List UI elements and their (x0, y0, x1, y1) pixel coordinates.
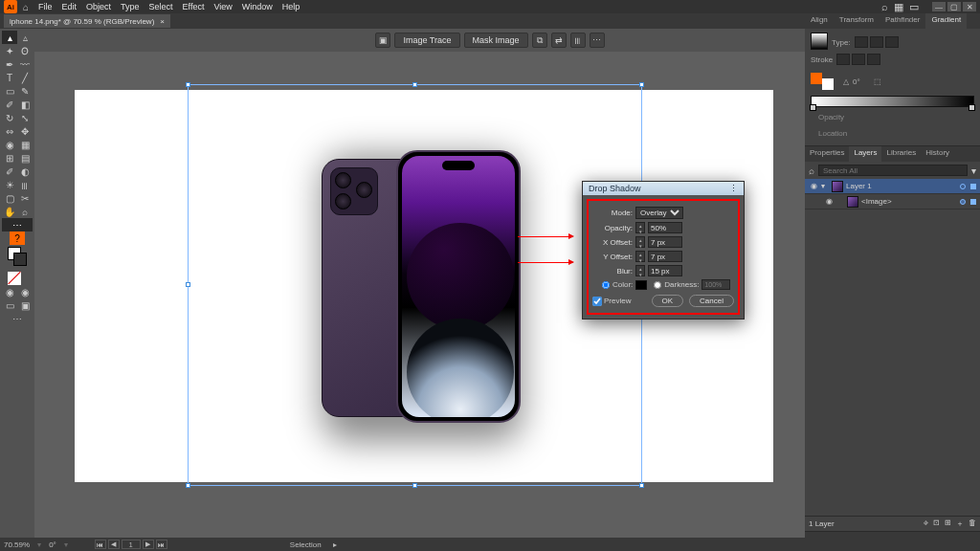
clip-icon[interactable]: ⊡ (933, 518, 940, 529)
menu-file[interactable]: File (38, 2, 53, 11)
gradient-tool[interactable]: ▤ (17, 151, 33, 165)
layer-row[interactable]: ◉ ▾ Layer 1 (805, 179, 980, 194)
screen-mode[interactable]: ▭ (2, 298, 17, 312)
shape-builder-tool[interactable]: ◉ (2, 138, 17, 151)
tab-libraries[interactable]: Libraries (881, 146, 921, 162)
blend-tool[interactable]: ◐ (17, 165, 33, 178)
dialog-menu-icon[interactable]: ⋮ (729, 184, 738, 193)
perspective-tool[interactable]: ▦ (17, 138, 33, 151)
gradient-preview[interactable] (811, 33, 828, 50)
target-icon[interactable] (960, 199, 966, 205)
yoffset-stepper[interactable]: ▴▾ (635, 251, 645, 262)
hand-tool[interactable]: ✋ (2, 205, 17, 218)
crop-icon[interactable]: ⧉ (532, 33, 547, 48)
target-icon[interactable] (960, 184, 966, 189)
selection-tool[interactable]: ▴ (2, 31, 17, 44)
tab-properties[interactable]: Properties (805, 146, 849, 162)
mesh-tool[interactable]: ⊞ (2, 151, 17, 165)
recolor-icon[interactable] (811, 73, 834, 90)
draw-normal[interactable]: ◉ (2, 285, 17, 298)
document-tab[interactable]: iphone 14.png* @ 70.59 % (RGB/Preview) × (4, 14, 170, 28)
menu-type[interactable]: Type (121, 2, 140, 11)
color-swatch[interactable] (635, 280, 647, 290)
layer-row[interactable]: ◉ <Image> (805, 194, 980, 209)
slice-tool[interactable]: ✂ (17, 191, 33, 205)
type-tool[interactable]: T (2, 71, 17, 84)
pen-tool[interactable]: ✒ (2, 57, 17, 71)
canvas[interactable]: Drop Shadow⋮ Mode: Overlay Opacity: ▴▾ X… (34, 52, 805, 538)
lasso-tool[interactable]: ʘ (17, 44, 33, 57)
width-tool[interactable]: ⇔ (2, 124, 17, 138)
delete-layer-icon[interactable]: 🗑 (969, 518, 976, 529)
layer-search[interactable] (818, 165, 968, 176)
xoffset-field[interactable] (648, 236, 682, 248)
direct-select-tool[interactable]: ▵ (17, 31, 33, 44)
search-icon[interactable]: ⌕ (881, 1, 888, 12)
locate-icon[interactable]: ⎆ (924, 518, 928, 529)
tab-pathfinder[interactable]: Pathfinder (880, 13, 925, 29)
close-button[interactable]: ✕ (963, 2, 976, 11)
disclosure-icon[interactable]: ▾ (821, 182, 829, 190)
cancel-button[interactable]: Cancel (689, 295, 734, 307)
freeform-grad-icon[interactable] (885, 36, 899, 48)
visibility-icon[interactable]: ◉ (824, 197, 834, 206)
scale-tool[interactable]: ⤡ (17, 111, 33, 124)
question-tool[interactable]: ? (10, 231, 25, 245)
arrange-icon[interactable]: ▭ (909, 1, 919, 13)
zoom-tool[interactable]: ⌕ (17, 205, 33, 218)
color-radio[interactable] (602, 281, 610, 289)
rotate-tool[interactable]: ↻ (2, 111, 17, 124)
max-button[interactable]: ▢ (947, 2, 961, 11)
rotate-value[interactable]: 0° (49, 540, 56, 549)
menu-effect[interactable]: Effect (183, 2, 205, 11)
stroke-grad-1[interactable] (836, 54, 850, 65)
menu-view[interactable]: View (213, 2, 232, 11)
stroke-grad-3[interactable] (867, 54, 880, 65)
fill-stroke-chip[interactable] (8, 247, 27, 266)
status-caret-icon[interactable]: ▸ (333, 540, 337, 549)
graph-tool[interactable]: ⫼ (17, 178, 33, 191)
chart-icon[interactable]: ⫼ (570, 33, 586, 48)
mode-select[interactable]: Overlay (635, 207, 683, 219)
radial-grad-icon[interactable] (870, 36, 883, 48)
blur-stepper[interactable]: ▴▾ (635, 265, 645, 276)
zoom-level[interactable]: 70.59% (4, 540, 30, 549)
brush-tool[interactable]: ✎ (17, 84, 33, 98)
visibility-icon[interactable]: ◉ (809, 182, 818, 190)
eyedropper-tool[interactable]: ✐ (2, 165, 17, 178)
link-icon[interactable]: ⇄ (551, 33, 567, 48)
menu-edit[interactable]: Edit (62, 2, 78, 11)
shaper-tool[interactable]: ✐ (2, 98, 17, 111)
menu-select[interactable]: Select (149, 2, 173, 11)
workspace-icon[interactable]: ▦ (894, 1, 903, 13)
linear-grad-icon[interactable] (855, 36, 868, 48)
edit-toolbar[interactable]: ⋯ (2, 218, 33, 231)
tab-transform[interactable]: Transform (834, 13, 880, 29)
screen-mode-2[interactable]: ▣ (17, 298, 33, 312)
menu-help[interactable]: Help (282, 2, 301, 11)
blur-field[interactable] (648, 265, 682, 276)
draw-behind[interactable]: ◉ (17, 285, 33, 298)
darkness-radio[interactable] (654, 281, 661, 289)
tab-align[interactable]: Align (805, 13, 834, 29)
menu-object[interactable]: Object (86, 2, 111, 11)
gradient-slider[interactable] (811, 96, 974, 107)
yoffset-field[interactable] (648, 251, 682, 262)
eraser-tool[interactable]: ◧ (17, 98, 33, 111)
xoffset-stepper[interactable]: ▴▾ (635, 236, 645, 248)
min-button[interactable]: — (932, 2, 946, 11)
menu-window[interactable]: Window (242, 2, 273, 11)
image-trace-button[interactable]: Image Trace (394, 33, 459, 48)
curvature-tool[interactable]: 〰 (17, 57, 33, 71)
no-fill-chip[interactable] (8, 268, 27, 283)
free-transform-tool[interactable]: ✥ (17, 124, 33, 138)
line-tool[interactable]: ╱ (17, 71, 33, 84)
magic-wand-tool[interactable]: ✦ (2, 44, 17, 57)
more-icon[interactable]: ⋯ (590, 33, 605, 48)
preview-checkbox[interactable] (592, 297, 602, 306)
home-icon[interactable]: ⌂ (19, 0, 33, 13)
filter-icon[interactable]: ▾ (971, 165, 976, 176)
tab-layers[interactable]: Layers (849, 146, 881, 162)
mask-image-button[interactable]: Mask Image (464, 33, 528, 48)
new-sublayer-icon[interactable]: ⊞ (945, 518, 951, 529)
